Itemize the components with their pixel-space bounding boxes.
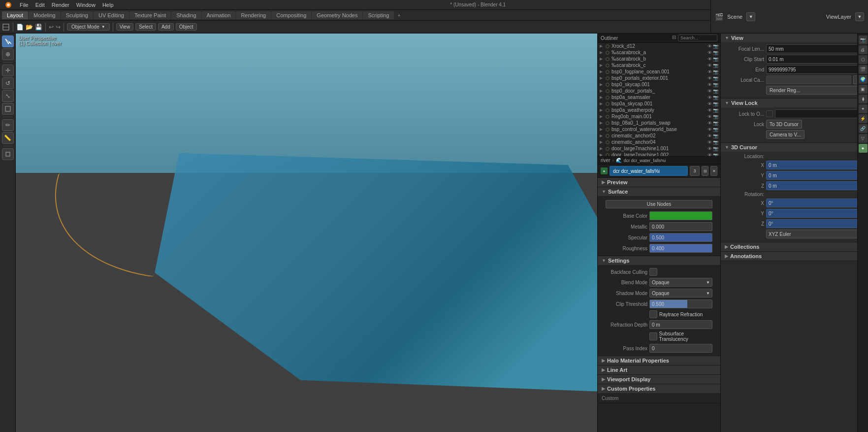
outliner-camera-icon[interactable]: 📷 — [713, 114, 718, 119]
material-properties-icon[interactable]: ● — [859, 144, 868, 153]
outliner-item[interactable]: ▶ ⬡ Xrock_d12 👁 📷 — [598, 43, 720, 49]
help-menu[interactable]: Help — [99, 0, 117, 9]
render-menu[interactable]: Render — [49, 0, 72, 9]
outliner-eye-icon[interactable]: 👁 — [707, 146, 712, 151]
outliner-camera-icon[interactable]: 📷 — [713, 133, 718, 138]
add-workspace-btn[interactable]: + — [394, 11, 403, 19]
outliner-item[interactable]: ▶ ⬡ bsp_08a0_1_portals_swap 👁 📷 — [598, 120, 720, 126]
outliner-camera-icon[interactable]: 📷 — [713, 63, 718, 68]
save-file-btn[interactable]: 💾 — [35, 24, 42, 31]
outliner-eye-icon[interactable]: 👁 — [707, 140, 712, 145]
outliner-camera-icon[interactable]: 📷 — [713, 57, 718, 62]
outliner-item[interactable]: ▶ ⬡ bsp0_portals_exterior.001 👁 📷 — [598, 75, 720, 81]
undo-btn[interactable]: ↩ — [49, 24, 54, 31]
transform-tool-btn[interactable] — [2, 103, 14, 115]
rotate-tool-btn[interactable]: ↺ — [2, 77, 14, 89]
halo-material-header[interactable]: ▶ Halo Material Properties — [598, 356, 720, 365]
particle-properties-icon[interactable]: ✦ — [859, 104, 868, 113]
outliner-eye-icon[interactable]: 👁 — [707, 50, 712, 55]
outliner-camera-icon[interactable]: 📷 — [713, 153, 718, 157]
tab-uv-editing[interactable]: UV Editing — [94, 11, 129, 19]
outliner-eye-icon[interactable]: 👁 — [707, 63, 712, 68]
rotation-mode-select[interactable]: XYZ Euler ▼ — [766, 230, 864, 238]
add-menu-btn[interactable]: Add — [158, 23, 174, 31]
outliner-camera-icon[interactable]: 📷 — [713, 76, 718, 81]
outliner-item[interactable]: ▶ ⬡ ‰scarabrock_b 👁 📷 — [598, 56, 720, 62]
outliner-camera-icon[interactable]: 📷 — [713, 89, 718, 94]
custom-properties-header[interactable]: ▶ Custom Properties — [598, 384, 720, 393]
material-add-btn[interactable]: ✕ — [710, 166, 717, 176]
open-file-btn[interactable]: 📂 — [26, 24, 33, 31]
output-properties-icon[interactable]: 🖨 — [859, 45, 868, 54]
clip-start-value[interactable]: 0.01 m — [766, 55, 864, 64]
outliner-camera-icon[interactable]: 📷 — [713, 140, 718, 145]
preview-header[interactable]: ▶ Preview — [598, 178, 720, 187]
tab-texture-paint[interactable]: Texture Paint — [129, 11, 171, 19]
outliner-item[interactable]: ▶ ⬡ door_large7machine1.001 👁 📷 — [598, 145, 720, 152]
outliner-item[interactable]: ▶ ⬡ ‰scarabrock_a 👁 📷 — [598, 49, 720, 56]
outliner-eye-icon[interactable]: 👁 — [707, 69, 712, 74]
outliner-camera-icon[interactable]: 📷 — [713, 101, 718, 106]
collections-header[interactable]: ▶ Collections — [721, 242, 868, 251]
select-tool-btn[interactable] — [2, 35, 14, 47]
render-region-btn[interactable]: Render Reg... — [766, 86, 864, 95]
rotation-x-field[interactable]: 0° — [766, 199, 864, 207]
outliner-eye-icon[interactable]: 👁 — [707, 108, 712, 113]
view-lock-header[interactable]: ▼ View Lock — [721, 99, 868, 107]
base-color-swatch[interactable] — [649, 211, 712, 220]
specular-field[interactable]: 0.500 — [649, 233, 712, 242]
surface-header[interactable]: ▼ Surface — [598, 187, 720, 196]
location-x-field[interactable]: 0 m — [766, 161, 864, 169]
outliner-item[interactable]: ▶ ⬡ cinematic_anchor04 👁 📷 — [598, 139, 720, 145]
outliner-eye-icon[interactable]: 👁 — [707, 57, 712, 62]
outliner-item[interactable]: ▶ ⬡ bsp_control_waterworld_base 👁 📷 — [598, 126, 720, 133]
outliner-item[interactable]: ▶ ⬡ door_large7machine1.002 👁 📷 — [598, 152, 720, 157]
outliner-camera-icon[interactable]: 📷 — [713, 146, 718, 151]
modifier-properties-icon[interactable]: ⧫ — [859, 95, 868, 103]
viewport-display-header[interactable]: ▶ Viewport Display — [598, 375, 720, 384]
outliner-eye-icon[interactable]: 👁 — [707, 114, 712, 119]
object-properties-icon[interactable]: ▣ — [859, 85, 868, 94]
outliner-camera-icon[interactable]: 📷 — [713, 50, 718, 55]
outliner-eye-icon[interactable]: 👁 — [707, 121, 712, 126]
rotation-y-field[interactable]: 0° — [766, 209, 864, 218]
move-tool-btn[interactable]: ✛ — [2, 65, 14, 76]
add-cube-btn[interactable] — [2, 148, 14, 160]
outliner-item[interactable]: ▶ ⬡ bsp0_skycap.001 👁 📷 — [598, 81, 720, 88]
roughness-field[interactable]: 0.400 — [649, 244, 712, 253]
blender-menu[interactable] — [2, 0, 16, 9]
outliner-eye-icon[interactable]: 👁 — [707, 76, 712, 81]
clip-threshold-field[interactable]: 0.500 — [649, 299, 712, 308]
local-camera-value[interactable] — [766, 75, 851, 84]
outliner-eye-icon[interactable]: 👁 — [707, 89, 712, 94]
tab-rendering[interactable]: Rendering — [236, 11, 271, 19]
tab-shading[interactable]: Shading — [171, 11, 201, 19]
tab-scripting[interactable]: Scripting — [363, 11, 394, 19]
outliner-eye-icon[interactable]: 👁 — [707, 95, 712, 100]
outliner-item[interactable]: ▶ ⬡ ‰scarabrock_c 👁 📷 — [598, 62, 720, 68]
file-menu[interactable]: File — [17, 0, 32, 9]
pass-index-field[interactable]: 0 — [649, 344, 712, 353]
viewlayer-browse-btn[interactable]: ▼ — [855, 12, 864, 21]
outliner-filter-btn[interactable]: ⊟ — [672, 34, 676, 41]
camera-to-view-btn[interactable]: Camera to V... — [766, 130, 804, 139]
cursor-tool-btn[interactable]: ⊕ — [2, 48, 14, 60]
rotation-z-field[interactable]: 0° — [766, 219, 864, 228]
outliner-item[interactable]: ▶ ⬡ bsp0a_weatherpoly 👁 📷 — [598, 107, 720, 113]
clip-end-value[interactable]: 9999999795 — [766, 65, 864, 74]
tab-modeling[interactable]: Modeling — [29, 11, 61, 19]
raytrace-refraction-checkbox[interactable] — [649, 310, 657, 318]
redo-btn[interactable]: ↪ — [56, 24, 61, 31]
edit-menu[interactable]: Edit — [32, 0, 48, 9]
view-menu-btn[interactable]: View — [116, 23, 134, 31]
select-menu-btn[interactable]: Select — [135, 23, 156, 31]
outliner-item[interactable]: ▶ ⬡ cinematic_anchor02 👁 📷 — [598, 133, 720, 139]
outliner-camera-icon[interactable]: 📷 — [713, 69, 718, 74]
render-properties-icon[interactable]: 📷 — [859, 35, 868, 44]
constraints-properties-icon[interactable]: 🔗 — [859, 124, 868, 133]
view-section-header[interactable]: ▼ View — [721, 33, 868, 42]
material-name-field[interactable]: dcr dcr_water_falls%i — [610, 166, 688, 176]
physics-properties-icon[interactable]: ⚡ — [859, 114, 868, 123]
outliner-camera-icon[interactable]: 📷 — [713, 95, 718, 100]
outliner-eye-icon[interactable]: 👁 — [707, 153, 712, 157]
